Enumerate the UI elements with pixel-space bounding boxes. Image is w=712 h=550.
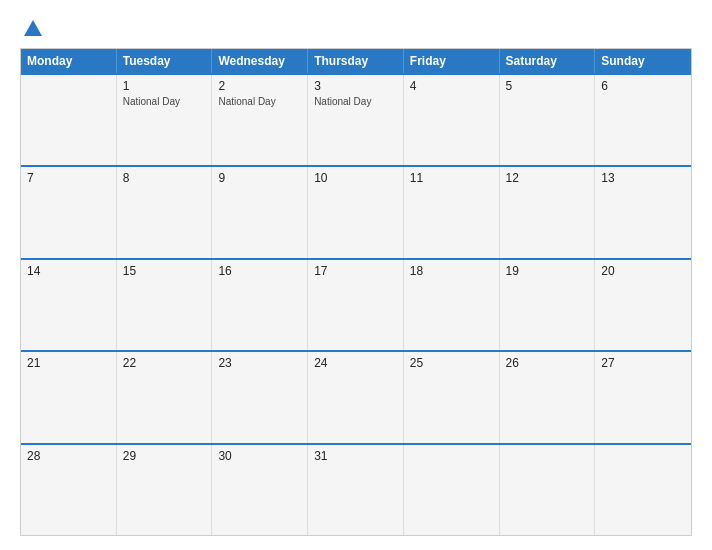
- cal-cell: 20: [595, 260, 691, 350]
- cal-cell: 10: [308, 167, 404, 257]
- day-number: 16: [218, 264, 301, 278]
- day-number: 23: [218, 356, 301, 370]
- week-row-3: 14151617181920: [21, 258, 691, 350]
- cal-cell: [595, 445, 691, 535]
- day-number: 9: [218, 171, 301, 185]
- cal-cell: 22: [117, 352, 213, 442]
- day-number: 13: [601, 171, 685, 185]
- calendar-header-row: MondayTuesdayWednesdayThursdayFridaySatu…: [21, 49, 691, 73]
- cal-cell: 11: [404, 167, 500, 257]
- day-event: National Day: [123, 96, 206, 107]
- cal-cell: 5: [500, 75, 596, 165]
- calendar-body: 1National Day2National Day3National Day4…: [21, 73, 691, 535]
- day-number: 2: [218, 79, 301, 93]
- cal-cell: 4: [404, 75, 500, 165]
- day-number: 19: [506, 264, 589, 278]
- day-number: 15: [123, 264, 206, 278]
- cal-cell: [21, 75, 117, 165]
- day-number: 7: [27, 171, 110, 185]
- cal-cell: 19: [500, 260, 596, 350]
- day-number: 3: [314, 79, 397, 93]
- calendar-grid: MondayTuesdayWednesdayThursdayFridaySatu…: [20, 48, 692, 536]
- day-number: 8: [123, 171, 206, 185]
- day-number: 27: [601, 356, 685, 370]
- header-day-wednesday: Wednesday: [212, 49, 308, 73]
- cal-cell: 3National Day: [308, 75, 404, 165]
- cal-cell: 7: [21, 167, 117, 257]
- day-number: 18: [410, 264, 493, 278]
- cal-cell: 2National Day: [212, 75, 308, 165]
- logo: [20, 18, 44, 40]
- day-number: 20: [601, 264, 685, 278]
- day-number: 28: [27, 449, 110, 463]
- day-number: 22: [123, 356, 206, 370]
- cal-cell: 21: [21, 352, 117, 442]
- week-row-4: 21222324252627: [21, 350, 691, 442]
- cal-cell: 16: [212, 260, 308, 350]
- cal-cell: 14: [21, 260, 117, 350]
- cal-cell: [500, 445, 596, 535]
- week-row-5: 28293031: [21, 443, 691, 535]
- cal-cell: 27: [595, 352, 691, 442]
- calendar-page: MondayTuesdayWednesdayThursdayFridaySatu…: [0, 0, 712, 550]
- cal-cell: 1National Day: [117, 75, 213, 165]
- page-header: [20, 18, 692, 40]
- cal-cell: 24: [308, 352, 404, 442]
- cal-cell: 25: [404, 352, 500, 442]
- day-number: 1: [123, 79, 206, 93]
- day-number: 29: [123, 449, 206, 463]
- day-number: 21: [27, 356, 110, 370]
- cal-cell: 13: [595, 167, 691, 257]
- day-number: 25: [410, 356, 493, 370]
- header-day-monday: Monday: [21, 49, 117, 73]
- cal-cell: 23: [212, 352, 308, 442]
- cal-cell: 18: [404, 260, 500, 350]
- week-row-1: 1National Day2National Day3National Day4…: [21, 73, 691, 165]
- header-day-sunday: Sunday: [595, 49, 691, 73]
- day-number: 31: [314, 449, 397, 463]
- header-day-tuesday: Tuesday: [117, 49, 213, 73]
- day-number: 6: [601, 79, 685, 93]
- cal-cell: 28: [21, 445, 117, 535]
- day-number: 12: [506, 171, 589, 185]
- cal-cell: 29: [117, 445, 213, 535]
- cal-cell: 17: [308, 260, 404, 350]
- day-event: National Day: [314, 96, 397, 107]
- cal-cell: 8: [117, 167, 213, 257]
- cal-cell: 6: [595, 75, 691, 165]
- day-number: 11: [410, 171, 493, 185]
- day-event: National Day: [218, 96, 301, 107]
- week-row-2: 78910111213: [21, 165, 691, 257]
- day-number: 5: [506, 79, 589, 93]
- cal-cell: 9: [212, 167, 308, 257]
- cal-cell: 15: [117, 260, 213, 350]
- day-number: 26: [506, 356, 589, 370]
- cal-cell: 30: [212, 445, 308, 535]
- day-number: 17: [314, 264, 397, 278]
- cal-cell: 12: [500, 167, 596, 257]
- header-day-saturday: Saturday: [500, 49, 596, 73]
- day-number: 4: [410, 79, 493, 93]
- logo-icon: [22, 18, 44, 40]
- day-number: 10: [314, 171, 397, 185]
- day-number: 24: [314, 356, 397, 370]
- cal-cell: [404, 445, 500, 535]
- header-day-thursday: Thursday: [308, 49, 404, 73]
- day-number: 14: [27, 264, 110, 278]
- cal-cell: 26: [500, 352, 596, 442]
- day-number: 30: [218, 449, 301, 463]
- header-day-friday: Friday: [404, 49, 500, 73]
- cal-cell: 31: [308, 445, 404, 535]
- svg-marker-0: [24, 20, 42, 36]
